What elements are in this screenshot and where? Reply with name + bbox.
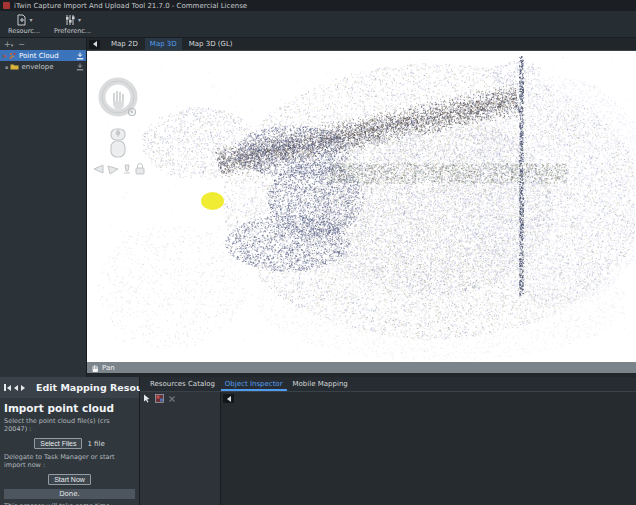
start-now-button[interactable]: Start Now <box>48 474 91 485</box>
hand-icon <box>113 91 124 110</box>
select-files-label: Select the point cloud file(s) (crs 2004… <box>4 417 135 433</box>
camera-position-marker[interactable] <box>201 192 224 210</box>
preferences-button[interactable]: ▾ Preferenc... <box>50 12 95 36</box>
marker-icon <box>124 165 130 173</box>
resource-import-icon <box>16 14 28 26</box>
resource-tree: ➤ Point Cloud ▪ envelope <box>0 50 86 377</box>
tab-map-3d[interactable]: Map 3D <box>145 38 182 50</box>
remove-resource-button[interactable]: − <box>18 40 25 49</box>
arrow-left-icon <box>94 165 103 173</box>
pan-ring-icon <box>102 81 136 116</box>
bullet-icon: ▪ <box>5 64 8 70</box>
bottom-region: Edit Mapping Resource Import point cloud… <box>0 377 636 505</box>
add-resource-button[interactable]: +▾ <box>4 40 13 49</box>
first-step-button[interactable] <box>4 384 11 391</box>
tab-map-2d[interactable]: Map 2D <box>106 38 143 50</box>
resource-button-label: Resourc... <box>8 27 40 35</box>
file-count-label: 1 file <box>87 440 104 448</box>
tab-map-3d-gl[interactable]: Map 3D (GL) <box>184 38 238 50</box>
tree-item-label: envelope <box>21 63 53 71</box>
mapping-resource-wizard: Edit Mapping Resource Import point cloud… <box>0 377 140 505</box>
tree-item-envelope[interactable]: ▪ envelope <box>0 61 86 72</box>
tab-resources-catalog[interactable]: Resources Catalog <box>146 378 219 391</box>
delegate-label: Delegate to Task Manager or start import… <box>4 453 135 469</box>
thumbnail-icon[interactable] <box>155 394 164 403</box>
download-icon[interactable] <box>76 52 84 60</box>
tab-object-inspector[interactable]: Object Inspector <box>221 378 287 391</box>
app-window: iTwin Capture Import And Upload Tool 21.… <box>0 0 636 505</box>
expander-icon[interactable]: ➤ <box>2 52 7 59</box>
map-tab-bar: Map 2D Map 3D Map 3D (GL) <box>87 38 636 51</box>
navigation-widget[interactable] <box>91 57 147 179</box>
chevron-down-icon: ▾ <box>11 42 14 48</box>
collapse-panel-button[interactable] <box>89 40 100 49</box>
preferences-button-label: Preferenc... <box>54 27 91 35</box>
view-tools-icons <box>94 164 144 175</box>
wizard-body: Import point cloud Select the point clou… <box>0 398 139 505</box>
point-cloud-canvas[interactable] <box>87 51 635 362</box>
pan-hand-icon <box>91 364 99 372</box>
resource-button[interactable]: ▾ Resourc... <box>4 12 44 36</box>
select-files-button[interactable]: Select Files <box>34 438 82 449</box>
arrow-cursor-icon <box>108 166 118 174</box>
progress-label: Done. <box>59 490 80 498</box>
resources-tree-panel: +▾ − ➤ Point Cloud ▪ <box>0 38 87 377</box>
map-3d-view[interactable] <box>87 51 636 362</box>
next-step-button[interactable] <box>21 385 25 391</box>
folder-icon <box>10 63 19 70</box>
download-icon[interactable] <box>76 63 84 71</box>
title-bar: iTwin Capture Import And Upload Tool 21.… <box>0 0 636 11</box>
previous-step-button[interactable] <box>14 385 18 391</box>
viewport-status-bar: Pan <box>87 362 636 373</box>
lock-icon <box>136 164 144 175</box>
chevron-down-icon: ▾ <box>78 16 81 23</box>
tree-toolbar: +▾ − <box>0 38 86 50</box>
chevron-left-icon <box>227 396 231 402</box>
tree-item-label: Point Cloud <box>19 52 59 60</box>
main-area: +▾ − ➤ Point Cloud ▪ <box>0 38 636 377</box>
close-icon[interactable] <box>168 395 176 403</box>
viewport-mode-label: Pan <box>102 364 115 372</box>
mouse-icon <box>111 129 125 157</box>
window-title: iTwin Capture Import And Upload Tool 21.… <box>14 2 247 10</box>
object-inspector-pane <box>140 392 221 505</box>
wizard-header: Edit Mapping Resource <box>0 377 139 398</box>
main-toolbar: ▾ Resourc... ▾ Preferenc... <box>0 11 636 38</box>
map-viewport: Map 2D Map 3D Map 3D (GL) <box>87 38 636 377</box>
collapse-pane-button[interactable] <box>223 394 234 403</box>
inspector-tab-bar: Resources Catalog Object Inspector Mobil… <box>140 377 636 392</box>
point-cloud-icon <box>9 52 17 60</box>
chevron-down-icon: ▾ <box>30 16 33 23</box>
app-icon <box>3 2 10 9</box>
inspector-area: Resources Catalog Object Inspector Mobil… <box>140 377 636 505</box>
chevron-left-icon <box>93 41 97 47</box>
tree-item-point-cloud[interactable]: ➤ Point Cloud <box>0 50 86 61</box>
tab-mobile-mapping[interactable]: Mobile Mapping <box>289 378 352 391</box>
select-cursor-icon[interactable] <box>143 394 151 403</box>
progress-bar: Done. <box>4 489 135 499</box>
inspector-detail-pane <box>221 392 636 505</box>
preferences-sliders-icon <box>64 14 76 26</box>
wizard-heading: Import point cloud <box>4 402 135 414</box>
